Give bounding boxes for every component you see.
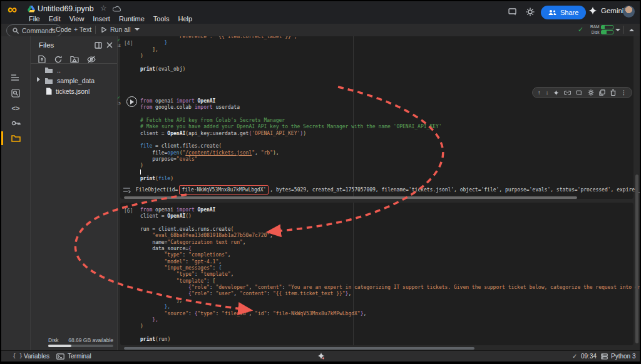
find-replace-icon[interactable] — [9, 86, 23, 100]
refresh-icon[interactable] — [54, 56, 62, 63]
mirror-cell-icon[interactable] — [599, 89, 605, 96]
menu-view[interactable]: View — [69, 15, 85, 23]
code-segment: ( — [231, 226, 234, 232]
share-label: Share — [560, 9, 578, 16]
move-cell-up-icon[interactable]: ↑ — [538, 89, 541, 96]
disk-available-label: 68.69 GB available — [68, 337, 113, 343]
copy-link-to-cell-icon[interactable] — [564, 90, 571, 96]
code-line: run = client.evals.runs.create( — [140, 226, 633, 233]
variables-button[interactable]: Variables — [24, 353, 49, 360]
code-segment: purpose= — [140, 156, 177, 162]
code-segment: "content" — [255, 285, 282, 290]
close-panel-icon[interactable] — [106, 42, 113, 48]
menu-insert[interactable]: Insert — [93, 15, 110, 23]
avatar[interactable] — [623, 6, 635, 18]
code-segment: "user" — [215, 291, 233, 296]
code-segment: ) — [140, 323, 143, 329]
more-cell-actions-icon[interactable]: ⋮ — [621, 89, 627, 96]
open-panel-in-new-icon[interactable] — [95, 42, 102, 49]
cloud-save-icon — [113, 6, 121, 12]
mount-drive-icon[interactable] — [70, 56, 79, 63]
code-segment: , — [249, 311, 255, 316]
tree-item-parent-dir[interactable]: .. — [44, 66, 61, 74]
code-segment — [140, 47, 152, 53]
disk-usage-bar — [48, 345, 113, 347]
notebook-title[interactable]: Untitled69.ipynb — [38, 4, 94, 13]
code-segment: ) — [182, 66, 185, 72]
code-segment: print — [140, 66, 155, 72]
output2-hscrollbar[interactable] — [124, 196, 577, 199]
menu-edit[interactable]: Edit — [49, 15, 61, 23]
tree-item-tickets-jsonl[interactable]: tickets.jsonl — [46, 88, 90, 95]
statusbar-gemini-spark-icon[interactable] — [317, 352, 325, 360]
code-segment: "developer" — [215, 285, 249, 290]
move-cell-down-icon[interactable]: ↓ — [546, 89, 549, 96]
output-expand-icon[interactable] — [123, 187, 131, 193]
code-line — [140, 330, 633, 336]
hide-hidden-files-icon[interactable] — [87, 56, 96, 63]
tree-item-sample-data[interactable]: sample_data — [44, 77, 95, 84]
colab-logo[interactable]: ∞ — [8, 2, 17, 17]
secrets-key-icon[interactable] — [9, 116, 23, 130]
menu-runtime[interactable]: Runtime — [119, 15, 145, 23]
run-all-caret-icon — [135, 28, 140, 31]
cell-settings-gear-icon[interactable] — [588, 89, 594, 96]
cell1-exec-count: [4] — [124, 41, 133, 46]
menu-file[interactable]: File — [29, 15, 40, 23]
code-segment — [140, 317, 152, 323]
code-line: print(file) — [140, 176, 633, 182]
cell2-editor[interactable]: from openai import OpenAIfrom google.col… — [140, 98, 633, 182]
files-folder-icon[interactable] — [9, 131, 23, 145]
editor-hscrollbar[interactable] — [124, 347, 474, 350]
code-segment: "{{ item.ticket_text }}" — [273, 291, 346, 296]
code-segment: ) — [167, 336, 170, 342]
code-segment: OpenAI — [167, 213, 185, 219]
code-line: "source": {"type": "file_id", "id": "fil… — [140, 311, 633, 317]
code-segment — [140, 40, 165, 46]
folder-icon — [44, 78, 53, 84]
menu-tools[interactable]: Tools — [153, 15, 170, 23]
tree-expand-caret-icon[interactable] — [37, 77, 40, 82]
add-text-button[interactable]: + Text — [74, 26, 91, 33]
code-segment: , — [364, 311, 367, 316]
code-segment: : — [188, 311, 195, 316]
code-snippets-icon[interactable]: <> — [9, 101, 23, 115]
kernel-icon — [601, 353, 608, 360]
code-line: file=open("/content/tickets.jsonl", "rb"… — [140, 150, 633, 156]
code-cell-2[interactable]: from openai import OpenAIfrom google.col… — [120, 93, 633, 199]
table-of-contents-icon[interactable] — [9, 71, 23, 85]
kernel-label[interactable]: Python 3 — [611, 353, 635, 360]
disk-usage-label: Disk — [48, 337, 59, 343]
share-button[interactable]: Share — [541, 6, 586, 19]
add-comment-icon[interactable] — [576, 90, 582, 96]
cell-gemini-spark-icon[interactable] — [553, 90, 559, 96]
comments-icon[interactable] — [508, 8, 517, 16]
cell1-editor[interactable]: "reference": "{{ item.correct_label }}",… — [140, 36, 633, 73]
editor-vscrollbar[interactable] — [635, 174, 638, 343]
code-line: ], — [140, 47, 633, 53]
code-segment: "role" — [192, 291, 210, 296]
menu-help[interactable]: Help — [178, 15, 193, 23]
run-cell-button[interactable] — [126, 96, 137, 107]
star-icon[interactable]: ☆ — [100, 4, 107, 13]
resources-indicator[interactable]: RAM Disk — [590, 24, 613, 35]
run-all-button[interactable]: Run all — [101, 26, 140, 33]
cell3-editor[interactable]: from openai import OpenAIclient = OpenAI… — [140, 207, 633, 343]
code-segment: () — [185, 213, 192, 219]
delete-cell-icon[interactable] — [610, 89, 616, 96]
gemini-button[interactable]: Gemini — [588, 6, 623, 15]
code-segment: "completions" — [188, 252, 228, 258]
code-cell-3[interactable]: [6] from openai import OpenAIclient = Op… — [120, 203, 633, 345]
collapse-header-caret-icon[interactable] — [629, 29, 634, 31]
resources-caret-icon[interactable] — [615, 29, 620, 31]
code-segment: run = client.evals.runs.create — [140, 226, 231, 232]
code-segment: : — [210, 291, 216, 296]
terminal-button[interactable]: Terminal — [68, 353, 91, 360]
settings-gear-icon[interactable] — [526, 8, 535, 16]
code-segment: import — [177, 207, 195, 213]
cell-toolbar: ↑ ↓ — [532, 87, 632, 98]
upload-file-icon[interactable] — [38, 55, 46, 63]
add-code-button[interactable]: + Code — [50, 26, 71, 33]
play-icon — [130, 99, 134, 104]
code-line: ) — [140, 163, 633, 169]
